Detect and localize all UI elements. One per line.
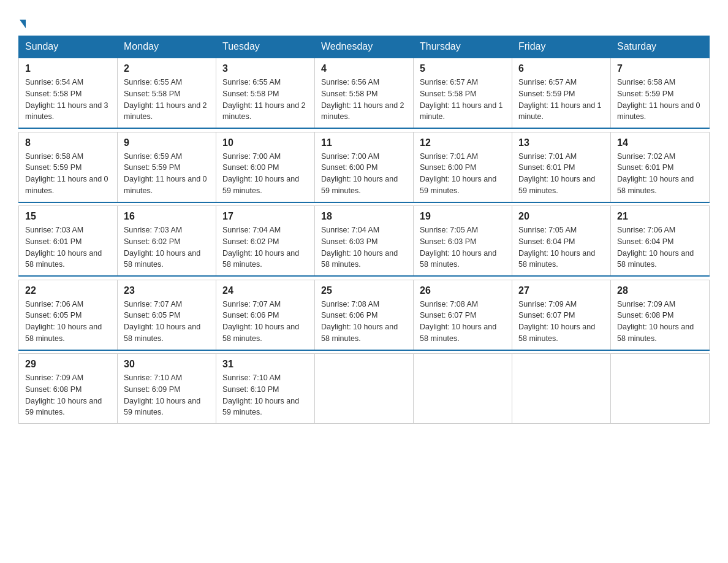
- day-number: 18: [321, 211, 407, 222]
- day-number: 26: [420, 285, 506, 296]
- calendar-table: SundayMondayTuesdayWednesdayThursdayFrid…: [18, 36, 710, 424]
- calendar-cell: 19Sunrise: 7:05 AMSunset: 6:03 PMDayligh…: [414, 206, 512, 277]
- day-info: Sunrise: 7:04 AMSunset: 6:03 PMDaylight:…: [321, 224, 407, 270]
- calendar-cell: 26Sunrise: 7:08 AMSunset: 6:07 PMDayligh…: [414, 280, 512, 350]
- calendar-cell: 17Sunrise: 7:04 AMSunset: 6:02 PMDayligh…: [216, 206, 315, 277]
- day-info: Sunrise: 7:09 AMSunset: 6:08 PMDaylight:…: [25, 372, 111, 418]
- day-info: Sunrise: 7:05 AMSunset: 6:04 PMDaylight:…: [518, 224, 604, 270]
- calendar-cell: 9Sunrise: 6:59 AMSunset: 5:59 PMDaylight…: [118, 132, 216, 202]
- day-info: Sunrise: 7:03 AMSunset: 6:01 PMDaylight:…: [25, 224, 111, 270]
- day-info: Sunrise: 7:03 AMSunset: 6:02 PMDaylight:…: [124, 224, 210, 270]
- day-info: Sunrise: 6:55 AMSunset: 5:58 PMDaylight:…: [124, 77, 210, 123]
- calendar-cell: 1Sunrise: 6:54 AMSunset: 5:58 PMDaylight…: [19, 58, 118, 128]
- day-number: 25: [321, 285, 407, 296]
- day-info: Sunrise: 7:07 AMSunset: 6:06 PMDaylight:…: [222, 299, 308, 345]
- day-info: Sunrise: 6:58 AMSunset: 5:59 PMDaylight:…: [617, 77, 703, 123]
- calendar-cell: 6Sunrise: 6:57 AMSunset: 5:59 PMDaylight…: [512, 58, 611, 128]
- day-info: Sunrise: 6:57 AMSunset: 5:58 PMDaylight:…: [420, 77, 506, 123]
- day-number: 19: [420, 211, 506, 222]
- calendar-cell: 2Sunrise: 6:55 AMSunset: 5:58 PMDaylight…: [118, 58, 216, 128]
- day-number: 14: [617, 137, 703, 148]
- day-header-sunday: Sunday: [19, 36, 118, 58]
- day-header-wednesday: Wednesday: [315, 36, 414, 58]
- day-info: Sunrise: 6:56 AMSunset: 5:58 PMDaylight:…: [321, 77, 407, 123]
- calendar-cell: 5Sunrise: 6:57 AMSunset: 5:58 PMDaylight…: [414, 58, 512, 128]
- calendar-cell: 10Sunrise: 7:00 AMSunset: 6:00 PMDayligh…: [216, 132, 315, 202]
- calendar-cell: 8Sunrise: 6:58 AMSunset: 5:59 PMDaylight…: [19, 132, 118, 202]
- calendar-cell: 21Sunrise: 7:06 AMSunset: 6:04 PMDayligh…: [611, 206, 710, 277]
- logo-text: [18, 12, 26, 29]
- day-number: 9: [124, 137, 210, 148]
- day-number: 21: [617, 211, 703, 222]
- day-number: 23: [124, 285, 210, 296]
- calendar-cell: 29Sunrise: 7:09 AMSunset: 6:08 PMDayligh…: [19, 354, 118, 424]
- day-number: 16: [124, 211, 210, 222]
- calendar-week-3: 15Sunrise: 7:03 AMSunset: 6:01 PMDayligh…: [19, 206, 710, 277]
- calendar-cell: 27Sunrise: 7:09 AMSunset: 6:07 PMDayligh…: [512, 280, 611, 350]
- day-info: Sunrise: 7:09 AMSunset: 6:08 PMDaylight:…: [617, 299, 703, 345]
- day-info: Sunrise: 7:06 AMSunset: 6:05 PMDaylight:…: [25, 299, 111, 345]
- day-number: 13: [518, 137, 604, 148]
- day-info: Sunrise: 6:59 AMSunset: 5:59 PMDaylight:…: [124, 151, 210, 197]
- day-header-monday: Monday: [118, 36, 216, 58]
- day-info: Sunrise: 7:00 AMSunset: 6:00 PMDaylight:…: [321, 151, 407, 197]
- calendar-cell: [512, 354, 611, 424]
- day-number: 6: [518, 63, 604, 74]
- day-info: Sunrise: 7:08 AMSunset: 6:06 PMDaylight:…: [321, 299, 407, 345]
- day-number: 31: [222, 359, 308, 370]
- calendar-cell: 14Sunrise: 7:02 AMSunset: 6:01 PMDayligh…: [611, 132, 710, 202]
- calendar-cell: 7Sunrise: 6:58 AMSunset: 5:59 PMDaylight…: [611, 58, 710, 128]
- day-info: Sunrise: 7:10 AMSunset: 6:10 PMDaylight:…: [222, 372, 308, 418]
- day-info: Sunrise: 7:01 AMSunset: 6:01 PMDaylight:…: [518, 151, 604, 197]
- day-info: Sunrise: 7:07 AMSunset: 6:05 PMDaylight:…: [124, 299, 210, 345]
- day-info: Sunrise: 7:10 AMSunset: 6:09 PMDaylight:…: [124, 372, 210, 418]
- day-number: 22: [25, 285, 111, 296]
- day-number: 3: [222, 63, 308, 74]
- calendar-cell: [414, 354, 512, 424]
- calendar-header-row: SundayMondayTuesdayWednesdayThursdayFrid…: [19, 36, 710, 58]
- day-number: 5: [420, 63, 506, 74]
- day-number: 17: [222, 211, 308, 222]
- day-number: 11: [321, 137, 407, 148]
- day-number: 8: [25, 137, 111, 148]
- day-info: Sunrise: 7:00 AMSunset: 6:00 PMDaylight:…: [222, 151, 308, 197]
- calendar-week-5: 29Sunrise: 7:09 AMSunset: 6:08 PMDayligh…: [19, 354, 710, 424]
- calendar-cell: 4Sunrise: 6:56 AMSunset: 5:58 PMDaylight…: [315, 58, 414, 128]
- day-info: Sunrise: 6:58 AMSunset: 5:59 PMDaylight:…: [25, 151, 111, 197]
- day-info: Sunrise: 7:04 AMSunset: 6:02 PMDaylight:…: [222, 224, 308, 270]
- day-info: Sunrise: 7:09 AMSunset: 6:07 PMDaylight:…: [518, 299, 604, 345]
- day-number: 27: [518, 285, 604, 296]
- day-info: Sunrise: 6:54 AMSunset: 5:58 PMDaylight:…: [25, 77, 111, 123]
- calendar-cell: 11Sunrise: 7:00 AMSunset: 6:00 PMDayligh…: [315, 132, 414, 202]
- calendar-cell: 23Sunrise: 7:07 AMSunset: 6:05 PMDayligh…: [118, 280, 216, 350]
- calendar-week-4: 22Sunrise: 7:06 AMSunset: 6:05 PMDayligh…: [19, 280, 710, 350]
- day-info: Sunrise: 7:05 AMSunset: 6:03 PMDaylight:…: [420, 224, 506, 270]
- calendar-cell: 20Sunrise: 7:05 AMSunset: 6:04 PMDayligh…: [512, 206, 611, 277]
- calendar-cell: 30Sunrise: 7:10 AMSunset: 6:09 PMDayligh…: [118, 354, 216, 424]
- day-number: 2: [124, 63, 210, 74]
- day-header-friday: Friday: [512, 36, 611, 58]
- calendar-cell: 15Sunrise: 7:03 AMSunset: 6:01 PMDayligh…: [19, 206, 118, 277]
- day-info: Sunrise: 6:57 AMSunset: 5:59 PMDaylight:…: [518, 77, 604, 123]
- day-header-tuesday: Tuesday: [216, 36, 315, 58]
- day-info: Sunrise: 7:02 AMSunset: 6:01 PMDaylight:…: [617, 151, 703, 197]
- calendar-cell: 16Sunrise: 7:03 AMSunset: 6:02 PMDayligh…: [118, 206, 216, 277]
- day-number: 20: [518, 211, 604, 222]
- calendar-cell: 12Sunrise: 7:01 AMSunset: 6:00 PMDayligh…: [414, 132, 512, 202]
- calendar-cell: 22Sunrise: 7:06 AMSunset: 6:05 PMDayligh…: [19, 280, 118, 350]
- day-number: 15: [25, 211, 111, 222]
- day-number: 24: [222, 285, 308, 296]
- calendar-cell: [611, 354, 710, 424]
- calendar-cell: 24Sunrise: 7:07 AMSunset: 6:06 PMDayligh…: [216, 280, 315, 350]
- day-info: Sunrise: 7:06 AMSunset: 6:04 PMDaylight:…: [617, 224, 703, 270]
- calendar-cell: 3Sunrise: 6:55 AMSunset: 5:58 PMDaylight…: [216, 58, 315, 128]
- day-number: 1: [25, 63, 111, 74]
- day-number: 28: [617, 285, 703, 296]
- day-number: 4: [321, 63, 407, 74]
- calendar-week-1: 1Sunrise: 6:54 AMSunset: 5:58 PMDaylight…: [19, 58, 710, 128]
- day-number: 7: [617, 63, 703, 74]
- page-header: [18, 12, 710, 29]
- logo: [18, 12, 26, 29]
- day-header-saturday: Saturday: [611, 36, 710, 58]
- day-number: 29: [25, 359, 111, 370]
